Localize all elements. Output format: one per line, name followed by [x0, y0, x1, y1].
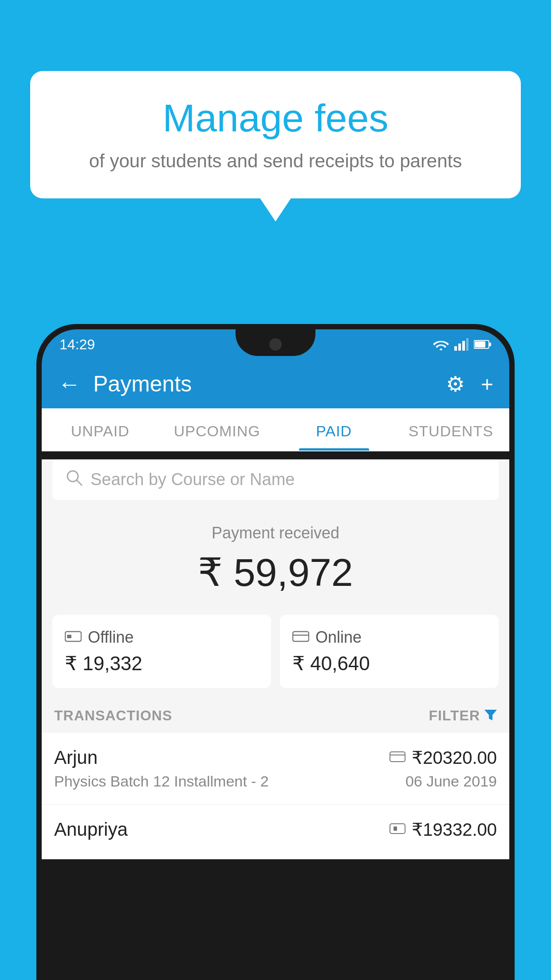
- online-card-row: Online: [292, 628, 486, 647]
- transaction-card-icon-1: [390, 749, 405, 767]
- search-bar[interactable]: Search by Course or Name: [52, 459, 499, 500]
- offline-icon: [65, 629, 82, 646]
- online-card: Online ₹ 40,640: [280, 615, 499, 688]
- settings-icon[interactable]: ⚙: [446, 371, 465, 396]
- app-bar-title: Payments: [93, 371, 446, 397]
- svg-marker-13: [484, 710, 497, 720]
- tab-unpaid[interactable]: UNPAID: [42, 408, 159, 450]
- online-icon: [292, 629, 309, 646]
- svg-rect-17: [394, 826, 397, 831]
- bubble-title: Manage fees: [57, 95, 494, 141]
- transactions-header: TRANSACTIONS FILTER: [42, 699, 509, 733]
- transaction-top-2: Anupriya ₹19332.00: [54, 819, 497, 840]
- transaction-top-1: Arjun ₹20320.00: [54, 747, 497, 768]
- app-bar-actions: ⚙ +: [446, 371, 493, 396]
- svg-rect-11: [293, 632, 309, 641]
- speech-bubble: Manage fees of your students and send re…: [30, 71, 521, 198]
- content-area: Search by Course or Name Payment receive…: [42, 459, 509, 859]
- tab-upcoming[interactable]: UPCOMING: [159, 408, 276, 450]
- transaction-amount-wrap-1: ₹20320.00: [390, 747, 497, 768]
- payment-cards: Offline ₹ 19,332 Online ₹ 4: [42, 604, 509, 699]
- notch: [236, 329, 315, 356]
- phone-inner: 14:29: [42, 329, 509, 975]
- transactions-label: TRANSACTIONS: [54, 707, 172, 724]
- back-button[interactable]: ←: [58, 371, 81, 397]
- svg-rect-2: [462, 341, 465, 351]
- filter-wrap[interactable]: FILTER: [429, 707, 497, 724]
- add-icon[interactable]: +: [481, 372, 493, 396]
- transaction-amount-wrap-2: ₹19332.00: [390, 819, 497, 840]
- svg-rect-0: [454, 346, 457, 351]
- transaction-row-2[interactable]: Anupriya ₹19332.00: [42, 805, 509, 859]
- svg-rect-1: [458, 344, 461, 351]
- status-icons: [433, 338, 492, 351]
- transaction-bottom-1: Physics Batch 12 Installment - 2 06 June…: [54, 773, 497, 790]
- payment-received-label: Payment received: [42, 524, 509, 542]
- wifi-icon: [433, 338, 449, 351]
- filter-icon: [484, 708, 497, 723]
- search-icon: [66, 469, 83, 490]
- transaction-desc-1: Physics Batch 12 Installment - 2: [54, 773, 269, 790]
- offline-card: Offline ₹ 19,332: [52, 615, 271, 688]
- svg-rect-14: [390, 752, 405, 762]
- svg-rect-10: [67, 635, 71, 638]
- online-amount: ₹ 40,640: [292, 652, 486, 675]
- payment-received-section: Payment received ₹ 59,972: [42, 508, 509, 604]
- transaction-date-1: 06 June 2019: [405, 773, 497, 790]
- transaction-amount-1: ₹20320.00: [412, 747, 497, 768]
- svg-rect-3: [466, 338, 468, 351]
- app-bar: ← Payments ⚙ +: [42, 360, 509, 408]
- tab-students[interactable]: STUDENTS: [393, 408, 510, 450]
- bubble-subtitle: of your students and send receipts to pa…: [57, 150, 494, 172]
- transaction-name-1: Arjun: [54, 747, 98, 768]
- search-svg: [66, 469, 83, 486]
- filter-label: FILTER: [429, 707, 480, 724]
- offline-label: Offline: [88, 628, 134, 647]
- battery-icon: [474, 339, 492, 350]
- transaction-cash-icon-2: [390, 821, 405, 838]
- status-time: 14:29: [59, 336, 95, 353]
- offline-amount: ₹ 19,332: [65, 652, 259, 675]
- camera-dot: [269, 338, 282, 351]
- tabs-bar: UNPAID UPCOMING PAID STUDENTS: [42, 408, 509, 451]
- payment-amount: ₹ 59,972: [42, 549, 509, 595]
- svg-rect-16: [390, 824, 405, 834]
- svg-rect-5: [489, 343, 491, 346]
- svg-line-8: [77, 480, 82, 485]
- svg-rect-6: [475, 341, 485, 348]
- phone-frame: 14:29: [36, 324, 515, 980]
- offline-card-row: Offline: [65, 628, 259, 647]
- online-label: Online: [315, 628, 362, 647]
- tab-paid[interactable]: PAID: [276, 408, 393, 450]
- search-placeholder: Search by Course or Name: [91, 470, 295, 489]
- transaction-amount-2: ₹19332.00: [412, 819, 497, 840]
- signal-icon: [454, 338, 468, 351]
- transaction-row-1[interactable]: Arjun ₹20320.00 Physics Batch 12 Install…: [42, 733, 509, 805]
- status-bar: 14:29: [42, 329, 509, 360]
- transaction-name-2: Anupriya: [54, 819, 128, 840]
